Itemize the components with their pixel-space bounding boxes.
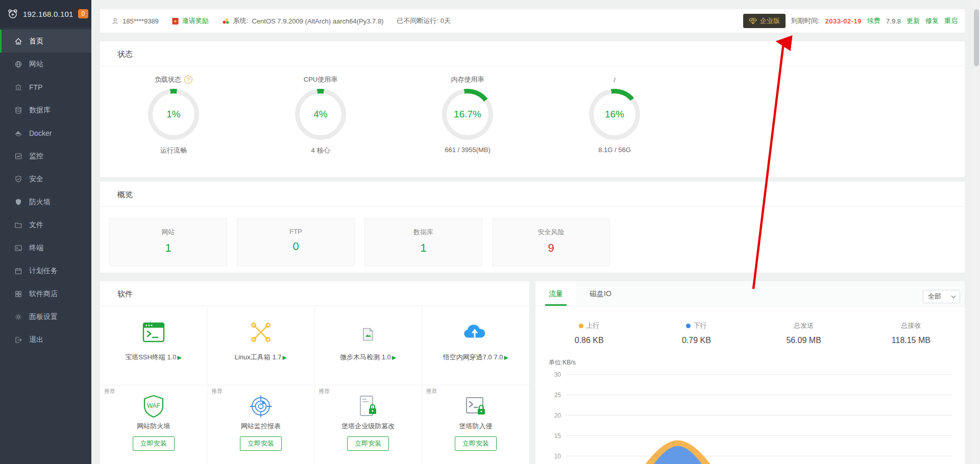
app-tunnel[interactable]: 悟空内网穿透7.0 7.0▶ — [422, 306, 529, 385]
app-run-icon[interactable]: ▶ — [504, 354, 508, 360]
edition-label: 企业版 — [760, 16, 780, 26]
stat-label: 总接收 — [901, 321, 921, 330]
user-account[interactable]: 185****9389 — [111, 17, 159, 25]
topbar-right: 企业版 到期时间: 2033-02-19 续费 7.9.8 更新 修复 重启 — [743, 14, 958, 28]
overview-card-value: 1 — [110, 241, 227, 255]
app-run-icon[interactable]: ▶ — [392, 354, 396, 360]
sidebar-item-terminal[interactable]: 终端 — [0, 236, 91, 259]
update-link[interactable]: 更新 — [906, 16, 920, 26]
sidebar-item-files[interactable]: 文件 — [0, 213, 91, 236]
app-name: Linux工具箱 — [235, 353, 271, 361]
app-trojan-scan[interactable]: 微步木马检测 1.0▶ — [315, 306, 422, 385]
traffic-tabbar: 流量 磁盘IO — [535, 281, 965, 306]
overview-card-label: 安全风险 — [493, 228, 609, 237]
app-name: 网站监控报表 — [207, 422, 314, 431]
disk-gauge-ring: 16% — [589, 89, 640, 140]
sidebar-item-database[interactable]: 数据库 — [0, 99, 91, 121]
overview-card-website[interactable]: 网站 1 — [109, 218, 227, 266]
overview-card-database[interactable]: 数据库 1 — [364, 218, 482, 266]
sidebar-item-appstore[interactable]: 软件商店 — [0, 282, 91, 305]
red-envelope-icon — [172, 17, 179, 25]
app-name: 网站防火墙 — [100, 422, 207, 431]
y-tick: 30 — [548, 371, 561, 378]
overview-title: 概览 — [100, 182, 965, 207]
database-icon — [14, 106, 22, 114]
sidebar-item-monitor[interactable]: 监控 — [0, 144, 91, 167]
help-icon[interactable]: ? — [184, 76, 192, 84]
sidebar-item-label: FTP — [29, 83, 42, 91]
server-ip: 192.168.0.101 — [23, 10, 74, 18]
upstream-dot-icon — [579, 324, 583, 328]
recommend-tag: 推荐 — [426, 387, 437, 395]
recommend-tag: 推荐 — [104, 387, 115, 395]
restart-link[interactable]: 重启 — [944, 16, 958, 26]
app-run-icon[interactable]: ▶ — [283, 354, 287, 360]
cpu-gauge-sub: 4 核心 — [247, 146, 394, 155]
overview-card-risk[interactable]: 安全风险 9 — [492, 218, 610, 266]
tab-disk-io[interactable]: 磁盘IO — [576, 281, 625, 306]
app-version: 7.0 — [494, 353, 503, 361]
sidebar-item-website[interactable]: 网站 — [0, 53, 91, 76]
chevron-down-icon — [951, 295, 956, 299]
app-ssh-terminal[interactable]: 宝塔SSH终端 1.0▶ — [100, 306, 207, 385]
tab-traffic[interactable]: 流量 — [535, 281, 576, 306]
install-button[interactable]: 立即安装 — [347, 436, 389, 451]
message-count-badge[interactable]: 0 — [78, 9, 89, 18]
app-run-icon[interactable]: ▶ — [178, 354, 182, 360]
app-tamper-proof[interactable]: 推荐 堡塔企业级防篡改 立即安装 — [315, 385, 422, 464]
memory-gauge-sub: 661 / 3955(MB) — [394, 146, 541, 154]
memory-gauge-value: 16.7% — [442, 89, 493, 140]
y-tick: 10 — [548, 453, 561, 460]
diamond-icon — [749, 18, 757, 25]
invite-reward-link[interactable]: 邀请奖励 — [172, 16, 209, 26]
user-icon — [111, 17, 119, 25]
repair-link[interactable]: 修复 — [925, 16, 939, 26]
app-linux-toolbox[interactable]: Linux工具箱 1.7▶ — [207, 306, 314, 385]
cloud-tunnel-icon — [463, 322, 488, 345]
stat-downstream: 下行 0.79 KB — [643, 321, 750, 345]
ssh-terminal-icon — [142, 322, 165, 345]
cpu-gauge-ring: 4% — [295, 89, 346, 140]
overview-card-value: 9 — [493, 241, 609, 255]
load-gauge-ring: 1% — [148, 89, 199, 140]
chart-unit-label: 单位:KB/s — [549, 358, 954, 367]
sidebar-item-home[interactable]: 首页 — [0, 30, 91, 53]
status-title: 状态 — [100, 41, 965, 66]
sidebar-item-label: 数据库 — [29, 106, 51, 115]
app-monitor-report[interactable]: 推荐 网站监控报表 立即安装 — [207, 385, 314, 464]
overview-card-ftp[interactable]: FTP 0 — [237, 218, 355, 266]
install-button[interactable]: 立即安装 — [455, 436, 497, 451]
website-icon — [14, 60, 22, 68]
overview-card-label: 网站 — [110, 228, 227, 237]
overview-card-value: 1 — [365, 241, 482, 255]
stat-value: 56.09 MB — [750, 336, 857, 345]
user-phone: 185****9389 — [122, 17, 159, 25]
trojan-scan-icon — [362, 322, 374, 345]
sidebar-item-ftp[interactable]: FTP — [0, 76, 91, 99]
app-waf[interactable]: 推荐 WAF 网站防火墙 立即安装 — [100, 385, 207, 464]
sidebar-item-firewall[interactable]: 防火墙 — [0, 190, 91, 213]
app-intrusion[interactable]: 推荐 堡塔防入侵 立即安装 — [422, 385, 529, 464]
gear-icon — [14, 313, 22, 321]
install-button[interactable]: 立即安装 — [133, 436, 175, 451]
sidebar-item-cron[interactable]: 计划任务 — [0, 259, 91, 282]
y-tick: 20 — [548, 412, 561, 419]
sidebar-item-docker[interactable]: Docker — [0, 121, 91, 144]
sidebar-item-settings[interactable]: 面板设置 — [0, 305, 91, 328]
disk-gauge-value: 16% — [589, 89, 640, 140]
chart-plot-area: 30 25 20 15 10 — [548, 369, 954, 464]
stat-total-received: 总接收 118.15 MB — [857, 321, 965, 345]
ftp-icon — [14, 83, 22, 91]
stat-label: 下行 — [693, 321, 706, 330]
app-name: 悟空内网穿透7.0 — [443, 353, 492, 361]
traffic-filter-select[interactable]: 全部 — [923, 290, 960, 303]
sidebar-item-logout[interactable]: 退出 — [0, 328, 91, 351]
scrollbar-thumb[interactable] — [974, 9, 979, 66]
sidebar-item-security[interactable]: 安全 — [0, 167, 91, 190]
edition-badge[interactable]: 企业版 — [743, 14, 786, 28]
app-name: 堡塔防入侵 — [422, 422, 529, 431]
memory-gauge-ring: 16.7% — [442, 89, 493, 140]
system-icon — [222, 17, 230, 25]
install-button[interactable]: 立即安装 — [240, 436, 282, 451]
renew-link[interactable]: 续费 — [867, 16, 880, 26]
